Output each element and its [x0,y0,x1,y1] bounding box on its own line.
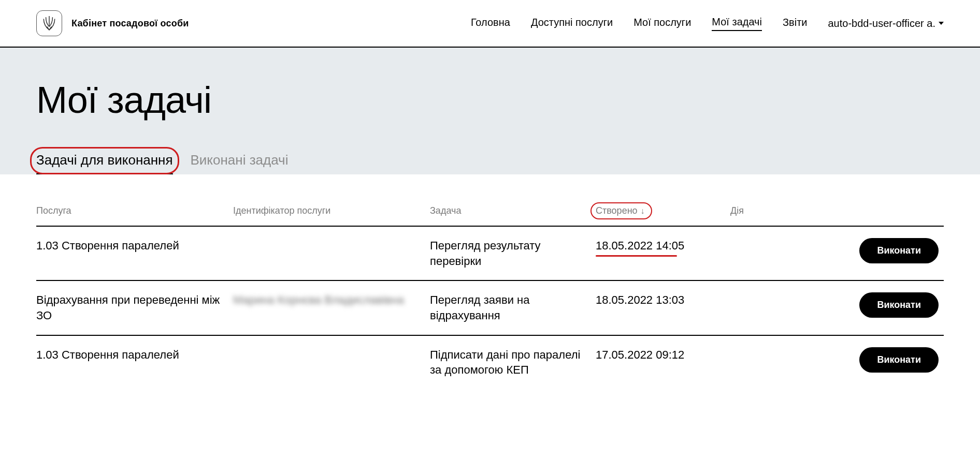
main-nav: Головна Доступні послуги Мої послуги Мої… [471,16,944,31]
app-title: Кабінет посадової особи [71,18,189,29]
cell-created-wrap: 18.05.2022 14:05 [596,238,710,254]
chevron-down-icon [939,22,944,25]
nav-reports[interactable]: Звіти [783,17,807,31]
user-menu[interactable]: auto-bdd-user-officer а. [828,18,944,29]
nav-my-services[interactable]: Мої послуги [633,17,691,31]
execute-button[interactable]: Виконати [859,292,939,318]
nav-my-tasks[interactable]: Мої задачі [712,16,762,31]
cell-created-wrap: 18.05.2022 13:03 [596,292,710,308]
th-service: Послуга [36,205,233,216]
trident-logo [36,10,62,36]
th-created-label: Створено [596,205,638,216]
cell-service: 1.03 Створення паралелей [36,347,233,363]
cell-created: 18.05.2022 14:05 [596,238,684,254]
cell-service: 1.03 Створення паралелей [36,238,233,254]
cell-action: Виконати [710,238,944,263]
tasks-table: Послуга Ідентифікатор послуги Задача Ств… [36,205,944,389]
cell-created-wrap: 17.05.2022 09:12 [596,347,710,363]
cell-action: Виконати [710,347,944,373]
execute-button[interactable]: Виконати [859,238,939,263]
th-action: Дія [710,205,944,216]
cell-created: 17.05.2022 09:12 [596,347,684,363]
arrow-down-icon: ↓ [641,206,645,216]
header-left: Кабінет посадової особи [36,10,189,36]
trident-icon [42,16,56,31]
th-task: Задача [430,205,596,216]
tabs: Задачі для виконання Виконані задачі [36,152,944,174]
table-row: 1.03 Створення паралелейПідписати дані п… [36,336,944,389]
table-header-row: Послуга Ідентифікатор послуги Задача Ств… [36,205,944,227]
cell-task: Перегляд результату перевірки [430,238,596,269]
highlight-annotation-created [596,255,677,257]
user-name: auto-bdd-user-officer а. [828,18,935,29]
cell-created: 18.05.2022 13:03 [596,292,684,308]
tab-todo[interactable]: Задачі для виконання [36,152,173,174]
execute-button[interactable]: Виконати [859,347,939,373]
table-row: Відрахування при переведенні між ЗОМарин… [36,281,944,335]
th-created-sort[interactable]: Створено ↓ [596,205,645,216]
tab-todo-label: Задачі для виконання [36,152,173,168]
cell-task: Підписати дані про паралелі за допомогою… [430,347,596,378]
table-row: 1.03 Створення паралелейПерегляд результ… [36,227,944,281]
tab-done[interactable]: Виконані задачі [191,152,289,174]
th-created[interactable]: Створено ↓ [596,205,710,216]
nav-services[interactable]: Доступні послуги [531,17,613,31]
cell-task: Перегляд заяви на відрахування [430,292,596,323]
th-identifier: Ідентифікатор послуги [233,205,430,216]
cell-action: Виконати [710,292,944,318]
page-title: Мої задачі [36,79,944,121]
app-header: Кабінет посадової особи Головна Доступні… [0,0,980,48]
cell-service: Відрахування при переведенні між ЗО [36,292,233,323]
nav-home[interactable]: Головна [471,17,510,31]
cell-identifier: Марина Корнєва Владиславівна [233,292,430,308]
table-body: 1.03 Створення паралелейПерегляд результ… [36,227,944,389]
content: Послуга Ідентифікатор послуги Задача Ств… [0,174,980,405]
hero-section: Мої задачі Задачі для виконання Виконані… [0,48,980,174]
